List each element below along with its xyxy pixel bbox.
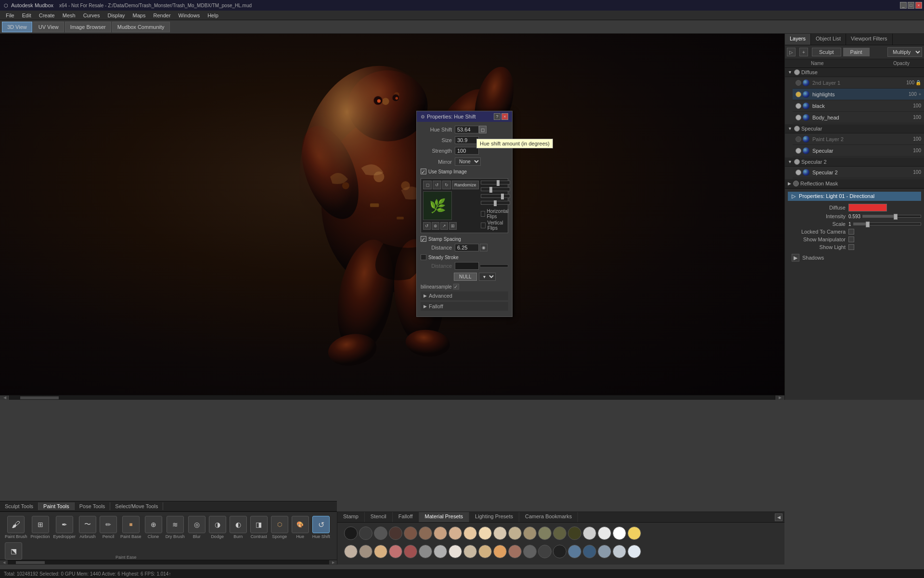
tool-dry-brush[interactable]: ≋ Dry Brush: [165, 515, 186, 540]
tool-paint-brush[interactable]: 🖌 Paint Brush: [4, 515, 28, 540]
prop-scale-slider[interactable]: [853, 223, 921, 225]
swatch-black[interactable]: [344, 526, 358, 540]
swatch-warm-grey[interactable]: [344, 545, 358, 558]
sculpt-button[interactable]: Sculpt: [812, 48, 841, 56]
paint-button[interactable]: Paint: [843, 48, 870, 56]
swatch-slate-blue[interactable]: [568, 545, 581, 558]
add-layer-icon[interactable]: +: [919, 92, 921, 97]
swatch-light-blue-grey[interactable]: [613, 545, 626, 558]
swatch-dark-olive[interactable]: [568, 526, 581, 540]
tool-projection[interactable]: ⊞ Projection: [30, 515, 51, 540]
swatch-tab-stamp[interactable]: Stamp: [337, 512, 365, 522]
menu-create[interactable]: Create: [35, 12, 59, 19]
swatch-grey-blue[interactable]: [598, 545, 611, 558]
swatch-amber[interactable]: [493, 545, 507, 558]
menu-curves[interactable]: Curves: [79, 12, 104, 19]
tool-pencil[interactable]: ✏ Pencil: [99, 515, 118, 540]
stamp-reload-btn[interactable]: ↺: [423, 222, 431, 230]
prop-intensity-slider[interactable]: [862, 215, 921, 218]
swatch-tan[interactable]: [419, 526, 432, 540]
maximize-button[interactable]: □: [908, 2, 914, 9]
tool-burn[interactable]: ◐ Burn: [229, 515, 248, 540]
specular-group-header[interactable]: ▼ Specular: [785, 124, 924, 133]
swatch-ice-blue[interactable]: [628, 545, 641, 558]
layer-item-black[interactable]: black 100: [793, 100, 924, 112]
viewport-hscrollbar[interactable]: ◀ ▶: [0, 395, 784, 400]
swatch-tab-stencil[interactable]: Stencil: [365, 512, 393, 522]
null-select[interactable]: ▾: [479, 273, 496, 281]
tab-viewport-filters[interactable]: Viewport Filters: [846, 34, 893, 45]
stamp-grid-btn[interactable]: ⊞: [449, 222, 457, 230]
swatch-brown-dark[interactable]: [389, 526, 402, 540]
toolbar-community[interactable]: Mudbox Community: [112, 22, 170, 32]
tool-hue[interactable]: 🎨 Hue: [291, 515, 310, 540]
swatch-tab-camera[interactable]: Camera Bookmarks: [519, 512, 578, 522]
dialog-close-button[interactable]: ×: [501, 113, 508, 120]
swatch-brown[interactable]: [404, 526, 417, 540]
swatch-light-grey[interactable]: [583, 526, 596, 540]
menu-edit[interactable]: Edit: [18, 12, 35, 19]
tool-airbrush[interactable]: 〜 Airbrush: [78, 515, 97, 540]
swatch-mauve[interactable]: [404, 545, 417, 558]
layer-item-bodyhead[interactable]: Body_head 100: [793, 112, 924, 123]
tab-sculpt-tools[interactable]: Sculpt Tools: [0, 502, 38, 510]
layer-add-button[interactable]: +: [799, 48, 808, 56]
null-button[interactable]: NULL: [454, 273, 477, 281]
swatch-skin-light[interactable]: [449, 526, 462, 540]
layer-item-2nd-layer-1[interactable]: 2nd Layer 1 100 🔒: [793, 77, 924, 89]
swatch-grey-2[interactable]: [434, 545, 447, 558]
swatch-mid-grey[interactable]: [419, 545, 432, 558]
swatch-warm-grey-2[interactable]: [359, 545, 372, 558]
distance-slider-btn[interactable]: ◉: [480, 244, 488, 251]
prop-diffuse-swatch[interactable]: [848, 204, 887, 211]
scroll-right-btn[interactable]: ▶: [775, 395, 784, 400]
hue-shift-dialog-title[interactable]: ⚙ Properties: Hue Shift ? ×: [417, 111, 512, 122]
layer-item-paint-layer-2[interactable]: Paint Layer 2 100: [793, 133, 924, 145]
swatch-olive-dark[interactable]: [553, 526, 566, 540]
prop-row-shadows[interactable]: ▶ Shadows: [788, 252, 921, 263]
strength-input[interactable]: [455, 147, 479, 155]
tool-paint-base[interactable]: ■ Paint Base: [119, 515, 142, 540]
prop-manipulator-checkbox[interactable]: [848, 236, 854, 242]
mirror-select[interactable]: None: [455, 158, 481, 166]
size-input[interactable]: [455, 136, 479, 144]
swatch-tab-falloff[interactable]: Falloff: [393, 512, 419, 522]
layer-item-specular[interactable]: Specular 100: [793, 145, 924, 157]
stamp-btn-1[interactable]: ◻: [423, 181, 432, 189]
menu-mesh[interactable]: Mesh: [59, 12, 79, 19]
swatch-linen[interactable]: [463, 545, 477, 558]
swatch-olive[interactable]: [538, 526, 552, 540]
use-stamp-checkbox[interactable]: ✓: [421, 169, 426, 174]
swatch-grey[interactable]: [374, 526, 387, 540]
tab-paint-tools[interactable]: Paint Tools: [38, 502, 75, 510]
scroll-right-arrow[interactable]: ▶: [329, 560, 337, 565]
menu-file[interactable]: File: [2, 12, 18, 19]
shadows-toggle-icon[interactable]: ▶: [792, 254, 799, 262]
swatch-off-white[interactable]: [449, 545, 462, 558]
stamp-slider-1[interactable]: [481, 181, 510, 184]
tool-clone[interactable]: ⊕ Clone: [144, 515, 163, 540]
vertical-flips-checkbox[interactable]: [481, 223, 486, 228]
scroll-left-btn[interactable]: ◀: [0, 395, 10, 400]
swatch-khaki[interactable]: [508, 526, 522, 540]
steady-distance-input[interactable]: [455, 262, 479, 270]
specular2-group-header[interactable]: ▼ Specular 2: [785, 158, 924, 167]
swatch-silver[interactable]: [598, 526, 611, 540]
menu-render[interactable]: Render: [149, 12, 174, 19]
layer-options-button[interactable]: ▷: [787, 48, 796, 56]
tool-dodge[interactable]: ◑ Dodge: [208, 515, 227, 540]
swatch-beige[interactable]: [493, 526, 507, 540]
reflection-mask-group-header[interactable]: ▶ Reflection Mask: [785, 179, 924, 188]
menu-maps[interactable]: Maps: [129, 12, 150, 19]
tool-hue-shift[interactable]: ↺ Hue Shift: [311, 515, 331, 540]
advanced-section-header[interactable]: ▶ Advanced: [421, 291, 508, 300]
tool-eyedropper[interactable]: ✒ Eyedropper: [52, 515, 77, 540]
swatch-pale[interactable]: [478, 526, 492, 540]
swatch-tab-lighting[interactable]: Lighting Presets: [469, 512, 519, 522]
falloff-section-header[interactable]: ▶ Falloff: [421, 302, 508, 311]
hue-shift-input[interactable]: [455, 126, 479, 133]
bilinear-checkbox[interactable]: ✓: [453, 284, 459, 289]
menu-display[interactable]: Display: [103, 12, 128, 19]
close-button[interactable]: ×: [915, 2, 922, 9]
swatch-cream[interactable]: [463, 526, 477, 540]
